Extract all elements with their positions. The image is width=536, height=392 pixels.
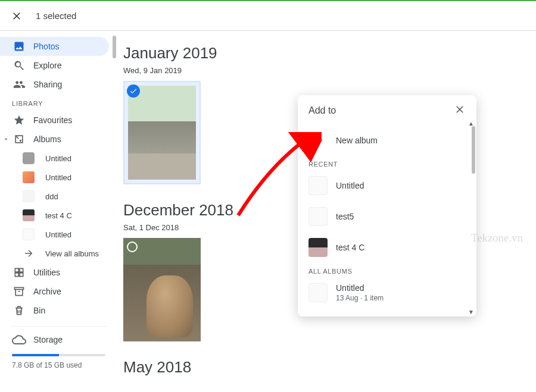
album-label: ddd [45, 192, 58, 201]
album-label: Untitled [45, 173, 71, 182]
sidebar-item-label: Explore [33, 61, 61, 70]
sidebar-item-label: Sharing [33, 80, 62, 89]
new-album-label: New album [336, 136, 378, 145]
album-icon [12, 132, 26, 146]
album-label: Untitled [45, 230, 71, 239]
sidebar-item-archive[interactable]: Archive [0, 282, 109, 301]
album-option-label: test 4 C [336, 243, 364, 252]
storage-section: Storage 7.8 GB of 15 GB used [0, 327, 117, 373]
album-option-sub: 13 Aug · 1 item [336, 294, 384, 302]
sidebar-item-label: Utilities [33, 268, 60, 277]
sidebar-item-label: Albums [33, 134, 61, 144]
sidebar-view-all-albums[interactable]: View all albums [0, 244, 117, 263]
scroll-down-icon[interactable]: ▼ [468, 309, 474, 315]
sidebar-item-label: Bin [33, 306, 45, 315]
sidebar-item-favourites[interactable]: Favourites [0, 111, 109, 130]
storage-progress [12, 354, 105, 356]
svg-point-0 [20, 140, 21, 142]
sidebar-item-bin[interactable]: Bin [0, 301, 109, 320]
view-all-label: View all albums [45, 249, 99, 258]
sidebar: Photos Explore Sharing LIBRARY Favourite… [0, 31, 117, 392]
dialog-body: New album RECENT Untitled test5 test 4 C… [298, 125, 476, 316]
chevron-down-icon [2, 136, 10, 143]
selected-check-icon[interactable] [127, 84, 140, 98]
sidebar-item-label: Photos [33, 42, 60, 51]
month-heading: January 2019 [123, 44, 536, 62]
recent-section-label: RECENT [298, 156, 476, 170]
storage-label: Storage [33, 335, 63, 344]
sidebar-album-item[interactable]: Untitled [0, 168, 117, 187]
search-icon [12, 58, 26, 73]
storage-used-text: 7.8 GB of 15 GB used [12, 361, 105, 369]
archive-icon [12, 284, 26, 299]
photo-thumbnail[interactable] [123, 238, 201, 341]
photo-icon [12, 39, 26, 54]
close-icon[interactable] [10, 9, 24, 23]
album-label: Untitled [45, 154, 71, 163]
close-icon[interactable] [454, 104, 466, 118]
selection-header: 1 selected [0, 1, 536, 31]
album-option[interactable]: test5 [298, 201, 476, 232]
sidebar-album-item[interactable]: Untitled [0, 149, 117, 168]
album-option[interactable]: Untitled [298, 170, 476, 201]
sidebar-item-photos[interactable]: Photos [0, 37, 109, 56]
new-album-button[interactable]: New album [298, 125, 476, 156]
star-icon [12, 113, 26, 127]
album-option-label: Untitled [336, 283, 384, 293]
add-to-dialog: Add to ▲ New album RECENT Untitled test5… [298, 95, 476, 316]
sidebar-album-item[interactable]: test 4 C [0, 206, 117, 225]
cloud-icon [12, 333, 26, 347]
photo-thumbnail[interactable] [123, 81, 201, 184]
sidebar-item-utilities[interactable]: Utilities [0, 263, 109, 282]
month-heading: May 2018 [123, 358, 536, 377]
selected-count: 1 selected [36, 11, 76, 21]
watermark: Tekzone.vn [471, 232, 523, 244]
people-icon [12, 77, 26, 92]
sidebar-item-label: Archive [33, 287, 61, 296]
sidebar-item-explore[interactable]: Explore [0, 56, 109, 75]
sidebar-item-sharing[interactable]: Sharing [0, 75, 109, 94]
album-option[interactable]: Untitled 13 Aug · 1 item [298, 277, 476, 308]
album-option-label: test5 [336, 212, 354, 221]
date-subheading: Wed, 9 Jan 2019 [123, 66, 536, 75]
sidebar-album-item[interactable]: Untitled [0, 225, 117, 244]
plus-icon [308, 131, 328, 150]
sidebar-scrollbar[interactable] [113, 36, 116, 58]
library-section-label: LIBRARY [0, 94, 117, 111]
album-label: test 4 C [45, 211, 72, 220]
sidebar-item-albums[interactable]: Albums [0, 130, 109, 149]
dialog-scrollbar[interactable] [472, 126, 475, 174]
trash-icon [12, 303, 26, 318]
sidebar-album-item[interactable]: ddd [0, 187, 117, 206]
dialog-title: Add to [308, 105, 336, 116]
select-ring-icon[interactable] [127, 242, 138, 252]
arrow-right-icon [23, 248, 34, 259]
all-albums-section-label: ALL ALBUMS [298, 263, 476, 277]
utilities-icon [12, 265, 26, 280]
album-option-label: Untitled [336, 181, 364, 190]
sidebar-item-label: Favourites [33, 115, 72, 125]
sidebar-item-storage[interactable]: Storage [12, 333, 105, 347]
album-option[interactable]: test 4 C [298, 232, 476, 263]
